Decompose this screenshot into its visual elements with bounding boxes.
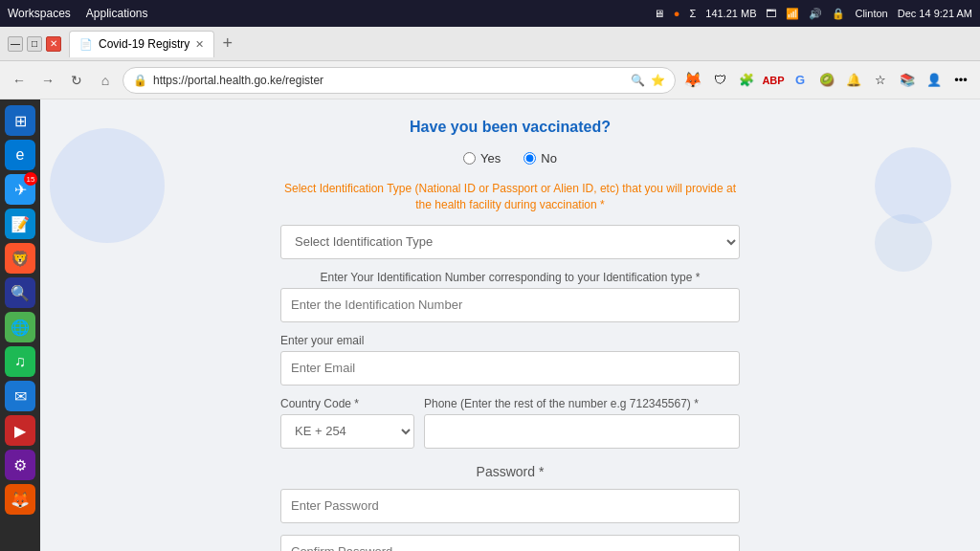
applications-label[interactable]: Applications [86,7,148,20]
country-code-group: Country Code * KE + 254 [280,397,414,449]
profile-icon[interactable]: 👤 [923,69,946,92]
phone-number-group: Phone (Enter the rest of the number e.g … [424,397,740,449]
search-icon: 🔍 [631,74,645,87]
app-icon-edge[interactable]: e [5,140,35,170]
app-icon-grid[interactable]: ⊞ [5,105,35,136]
new-tab-button[interactable]: + [218,33,236,54]
yes-label: Yes [480,151,501,165]
datetime-label: Dec 14 9:21 AM [898,8,972,19]
yes-radio-label[interactable]: Yes [463,151,501,165]
window-controls: — □ ✕ [8,36,61,52]
extension-icon[interactable]: 🧩 [735,69,758,92]
home-button[interactable]: ⌂ [94,69,117,92]
address-bar[interactable]: 🔒 https://portal.health.go.ke/register 🔍… [122,67,676,94]
password-group [280,489,740,523]
app-icon-telegram[interactable]: ✈ 15 [5,174,35,205]
tab-close-icon[interactable]: ✕ [195,38,204,51]
tab-bar: 📄 Covid-19 Registry ✕ + [69,31,236,57]
password-section: Password * [280,464,740,551]
password-input[interactable] [280,489,740,523]
email-label: Enter your email [280,334,740,347]
taskbar-icon-sigma: Σ [689,8,696,19]
adblock-icon[interactable]: ABP [762,69,785,92]
star-icon[interactable]: ☆ [869,69,892,92]
kiwi-icon[interactable]: 🥝 [815,69,838,92]
lock-icon: 🔒 [133,74,147,87]
app-icon-brave[interactable]: 🦁 [5,243,35,274]
phone-label: Phone (Enter the rest of the number e.g … [424,397,740,410]
country-code-select[interactable]: KE + 254 [280,414,414,449]
app-icon-misc[interactable]: ⚙ [5,450,35,480]
browser-content: ⊞ e ✈ 15 📝 🦁 🔍 🌐 ♫ ✉ ▶ ⚙ 🦊 Have you [0,99,980,551]
shield-icon[interactable]: 🛡 [708,69,731,92]
firefox-icon[interactable]: 🦊 [681,69,704,92]
toolbar-icons: 🦊 🛡 🧩 ABP G 🥝 🔔 ☆ 📚 👤 ••• [681,69,972,92]
taskbar-left: Workspaces Applications [8,7,148,20]
taskbar-icon-monitor: 🖥 [654,8,664,19]
app-icon-spotify[interactable]: ♫ [5,346,35,377]
no-radio[interactable] [523,152,536,165]
deco-circle-right2 [875,214,932,272]
vaccination-radio-group: Yes No [280,151,740,165]
taskbar-icon-wifi: 📶 [786,8,799,20]
notification-icon[interactable]: 🔔 [842,69,865,92]
app-icon-search[interactable]: 🔍 [5,277,35,308]
taskbar: Workspaces Applications 🖥 ● Σ 141.21 MB … [0,0,980,27]
taskbar-icon-display: 🗔 [766,8,776,19]
app-sidebar: ⊞ e ✈ 15 📝 🦁 🔍 🌐 ♫ ✉ ▶ ⚙ 🦊 [0,99,40,551]
back-button[interactable]: ← [8,69,31,92]
form-title: Have you been vaccinated? [280,119,740,136]
email-group: Enter your email [280,334,740,386]
id-number-hint: Enter Your Identification Number corresp… [280,271,740,284]
deco-circle-left [50,128,165,243]
phone-row: Country Code * KE + 254 Phone (Enter the… [280,397,740,460]
browser-tab[interactable]: 📄 Covid-19 Registry ✕ [69,31,214,57]
instruction-text: Select Identification Type (National ID … [280,181,740,213]
browser-titlebar: — □ ✕ 📄 Covid-19 Registry ✕ + [0,27,980,61]
confirm-password-group [280,535,740,551]
menu-icon[interactable]: ••• [949,69,972,92]
maximize-button[interactable]: □ [27,36,42,52]
deco-circle-right [875,147,951,224]
user-label[interactable]: Clinton [855,8,887,19]
minimize-button[interactable]: — [8,36,23,52]
reload-button[interactable]: ↻ [65,69,88,92]
registration-form: Have you been vaccinated? Yes No Select … [261,99,759,551]
country-code-label: Country Code * [280,397,414,410]
app-icon-youtube[interactable]: ▶ [5,415,35,446]
bookmark-icon: ⭐ [651,74,665,87]
taskbar-icon-firefox: ● [674,8,680,19]
id-type-group: Select Identification Type [280,225,740,259]
confirm-password-input[interactable] [280,535,740,551]
id-type-select[interactable]: Select Identification Type [280,225,740,259]
taskbar-right: 🖥 ● Σ 141.21 MB 🗔 📶 🔊 🔒 Clinton Dec 14 9… [654,8,972,20]
phone-input[interactable] [424,414,740,449]
no-radio-label[interactable]: No [523,151,557,165]
memory-usage: 141.21 MB [705,8,756,19]
collection-icon[interactable]: 📚 [896,69,919,92]
url-text: https://portal.health.go.ke/register [153,74,323,87]
browser-window: — □ ✕ 📄 Covid-19 Registry ✕ + ← → ↻ ⌂ 🔒 … [0,27,980,551]
id-number-group [280,288,740,322]
notification-badge: 15 [24,172,37,186]
no-label: No [541,151,557,165]
web-page: Have you been vaccinated? Yes No Select … [40,99,980,551]
app-icon-firefox[interactable]: 🦊 [5,484,35,515]
yes-radio[interactable] [463,152,476,165]
taskbar-icon-lock: 🔒 [832,8,845,20]
workspaces-label[interactable]: Workspaces [8,7,71,20]
browser-toolbar: ← → ↻ ⌂ 🔒 https://portal.health.go.ke/re… [0,61,980,99]
password-title: Password * [280,464,740,479]
app-icon-mail[interactable]: ✉ [5,381,35,411]
g-icon[interactable]: G [789,69,812,92]
app-icon-chrome[interactable]: 🌐 [5,312,35,342]
forward-button[interactable]: → [36,69,59,92]
email-input[interactable] [280,351,740,386]
close-button[interactable]: ✕ [46,36,61,52]
app-icon-notepad[interactable]: 📝 [5,209,35,239]
taskbar-icon-volume: 🔊 [809,8,822,20]
tab-label: Covid-19 Registry [99,37,189,51]
tab-favicon: 📄 [79,38,93,51]
id-number-input[interactable] [280,288,740,322]
